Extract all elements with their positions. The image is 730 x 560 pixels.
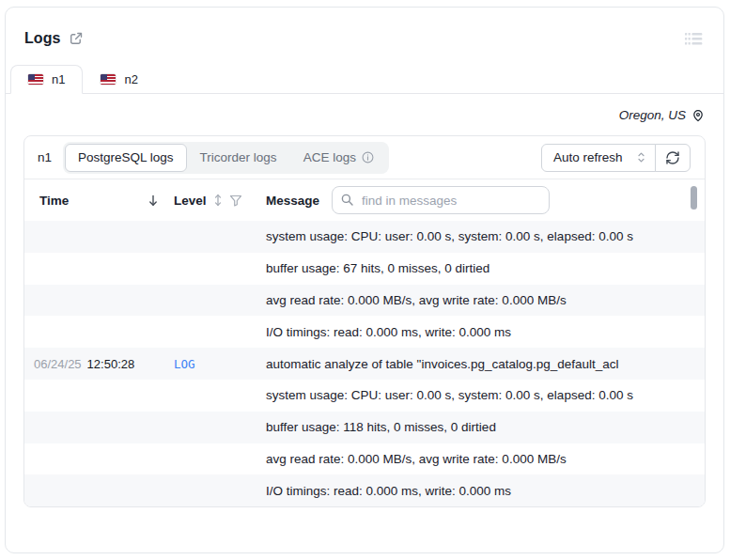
row-message: system usage: CPU: user: 0.00 s, system:… [266,388,705,402]
table-row: buffer usage: 67 hits, 0 misses, 0 dirti… [24,253,705,285]
column-header-message: Message [266,194,319,208]
us-flag-icon [28,74,43,85]
sort-toggle-icon[interactable] [213,194,223,207]
column-header-time: Time [39,194,69,208]
region-row: Oregon, US [23,108,705,122]
log-source-ace[interactable]: ACE logs [290,144,387,172]
row-message: buffer usage: 118 hits, 0 misses, 0 dirt… [266,420,705,434]
list-menu-button[interactable] [683,30,705,51]
tab-label: n1 [52,72,65,86]
tab-label: n2 [124,72,137,86]
time-cell: 06/24/25 12:50:28 [34,357,174,371]
region-label: Oregon, US [619,108,686,122]
search-input[interactable] [332,186,550,214]
instance-label: n1 [38,150,52,164]
table-row: avg read rate: 0.000 MB/s, avg write rat… [24,443,705,475]
panel-toolbar: n1 PostgreSQL logs Tricorder logs ACE lo… [24,136,705,179]
card-header: Logs [6,8,723,51]
logs-card: Logs n1 [5,7,724,553]
refresh-button[interactable] [655,144,691,172]
scrollbar-thumb[interactable] [691,186,697,210]
table-row: 06/24/25 12:50:28 LOG automatic analyze … [24,348,705,380]
row-message: I/O timings: read: 0.000 ms, write: 0.00… [266,325,705,339]
log-source-postgresql[interactable]: PostgreSQL logs [65,144,187,172]
row-message: I/O timings: read: 0.000 ms, write: 0.00… [266,484,705,498]
us-flag-icon [101,74,116,85]
list-icon [685,32,703,46]
auto-refresh-label: Auto refresh [553,150,623,164]
info-icon [362,151,374,163]
message-search [332,186,550,214]
tab-n2[interactable]: n2 [83,65,155,94]
table-row: avg read rate: 0.000 MB/s, avg write rat… [24,285,705,317]
refresh-icon [665,150,680,165]
sort-desc-icon[interactable] [148,194,159,207]
location-pin-icon [691,109,705,122]
table-row: buffer usage: 118 hits, 0 misses, 0 dirt… [24,412,705,443]
column-header-level: Level [174,194,207,208]
external-link-icon[interactable] [69,31,84,46]
segment-label: ACE logs [303,150,356,164]
row-time: 12:50:28 [87,357,135,371]
row-message: avg read rate: 0.000 MB/s, avg write rat… [266,293,705,307]
auto-refresh-select[interactable]: Auto refresh [541,144,656,172]
table-row: system usage: CPU: user: 0.00 s, system:… [24,380,705,412]
auto-refresh-group: Auto refresh [541,144,691,172]
row-message: system usage: CPU: user: 0.00 s, system:… [266,229,705,243]
log-table-body: system usage: CPU: user: 0.00 s, system:… [24,221,705,506]
tab-content: Oregon, US n1 PostgreSQL logs Tricorder … [6,108,723,507]
row-level: LOG [174,357,266,371]
log-source-segmented-control: PostgreSQL logs Tricorder logs ACE logs [63,142,389,174]
table-row: I/O timings: read: 0.000 ms, write: 0.00… [24,474,705,506]
tab-bar: n1 n2 [6,65,723,94]
segment-label: PostgreSQL logs [78,150,174,164]
row-message: buffer usage: 67 hits, 0 misses, 0 dirti… [266,261,705,275]
table-header: Time Level [24,179,705,221]
table-row: system usage: CPU: user: 0.00 s, system:… [24,221,705,253]
logs-panel: n1 PostgreSQL logs Tricorder logs ACE lo… [23,135,706,507]
segment-label: Tricorder logs [200,150,277,164]
row-message: automatic analyze of table "invoices.pg_… [266,357,705,371]
search-icon [341,194,353,206]
log-source-tricorder[interactable]: Tricorder logs [187,144,290,172]
page-title: Logs [24,30,61,47]
select-chevrons-icon [637,151,645,163]
table-row: I/O timings: read: 0.000 ms, write: 0.00… [24,316,705,348]
row-message: avg read rate: 0.000 MB/s, avg write rat… [266,452,705,466]
row-date: 06/24/25 [34,357,82,371]
tab-n1[interactable]: n1 [10,65,83,94]
filter-icon[interactable] [229,194,242,207]
